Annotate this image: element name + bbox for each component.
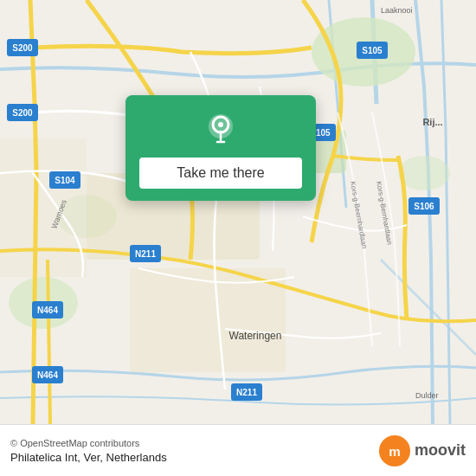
svg-text:m: m bbox=[389, 443, 401, 458]
take-me-there-button[interactable]: Take me there bbox=[139, 158, 302, 189]
svg-text:N464: N464 bbox=[37, 370, 58, 380]
popup-card: Take me there bbox=[125, 95, 316, 201]
svg-text:S200: S200 bbox=[12, 43, 33, 53]
map-container: S200 S200 S104 S104 S105 S105 S106 N211 … bbox=[0, 0, 476, 424]
svg-rect-7 bbox=[130, 268, 286, 372]
svg-text:Rij...: Rij... bbox=[422, 117, 442, 127]
svg-text:N211: N211 bbox=[135, 249, 156, 259]
svg-text:Dulder: Dulder bbox=[415, 391, 439, 400]
moovit-logo: m moovit bbox=[378, 434, 466, 467]
svg-text:N211: N211 bbox=[236, 388, 257, 397]
svg-text:S200: S200 bbox=[12, 108, 33, 118]
svg-text:Laaknooi: Laaknooi bbox=[381, 6, 413, 15]
svg-text:S105: S105 bbox=[362, 46, 383, 55]
bottom-bar: © OpenStreetMap contributors Philatelica… bbox=[0, 424, 476, 476]
svg-text:S106: S106 bbox=[414, 202, 434, 211]
location-pin-icon bbox=[202, 111, 240, 149]
moovit-logo-icon: m bbox=[378, 434, 411, 467]
location-text: Philatelica Int, Ver, Netherlands bbox=[10, 451, 167, 464]
bottom-info: © OpenStreetMap contributors Philatelica… bbox=[10, 438, 167, 464]
svg-text:S104: S104 bbox=[55, 176, 75, 185]
moovit-wordmark: moovit bbox=[415, 441, 466, 460]
svg-point-40 bbox=[218, 122, 223, 127]
svg-text:N464: N464 bbox=[37, 306, 58, 315]
svg-point-5 bbox=[398, 156, 450, 190]
map-svg: S200 S200 S104 S104 S105 S105 S106 N211 … bbox=[0, 0, 476, 424]
svg-text:Wateringen: Wateringen bbox=[229, 330, 282, 342]
svg-rect-8 bbox=[0, 138, 87, 277]
copyright-text: © OpenStreetMap contributors bbox=[10, 438, 167, 448]
